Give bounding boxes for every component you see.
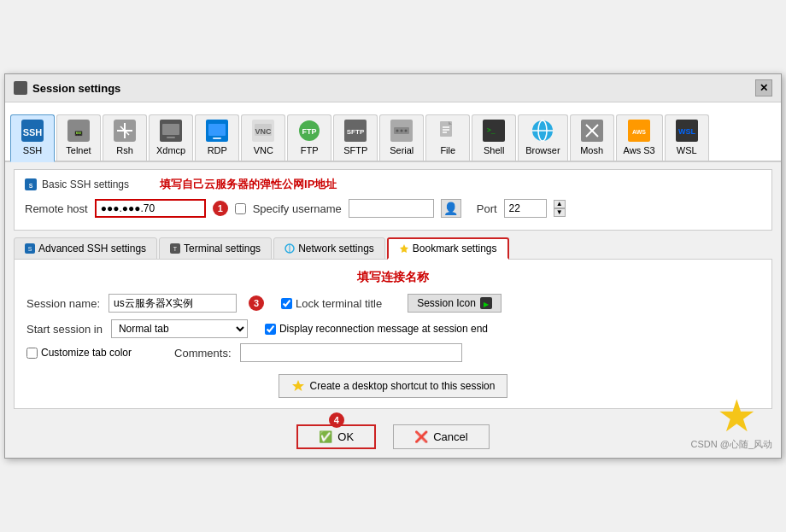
telnet-icon: 📟 xyxy=(67,119,91,143)
port-down-button[interactable]: ▼ xyxy=(554,208,566,217)
lock-terminal-checkbox[interactable] xyxy=(281,298,292,309)
rdp-icon xyxy=(205,119,229,143)
svg-rect-10 xyxy=(167,137,175,138)
port-input[interactable] xyxy=(504,199,547,218)
port-spinner: ▲ ▼ xyxy=(554,200,566,217)
svg-point-23 xyxy=(396,130,399,132)
tab-mosh[interactable]: Mosh xyxy=(570,114,614,161)
dialog-icon xyxy=(14,81,27,95)
tab-file-label: File xyxy=(440,145,455,155)
svg-point-24 xyxy=(401,130,403,132)
tab-browser[interactable]: Browser xyxy=(518,114,567,161)
sub-tabs: S Advanced SSH settings T Terminal setti… xyxy=(14,237,772,260)
remote-host-label: Remote host xyxy=(25,202,88,215)
shortcut-button-label: Create a desktop shortcut to this sessio… xyxy=(310,380,496,392)
tab-shell-label: Shell xyxy=(484,145,504,155)
tab-wsl[interactable]: WSL WSL xyxy=(665,114,709,161)
start-session-dropdown[interactable]: Normal tab New window New tab xyxy=(111,319,248,338)
tab-file[interactable]: File xyxy=(425,114,470,161)
lock-terminal-group: Lock terminal title xyxy=(281,297,382,310)
tab-ssh-label: SSH xyxy=(23,145,43,155)
wsl-icon: WSL xyxy=(675,119,699,143)
comments-label: Comments: xyxy=(174,347,231,360)
title-bar: Session settings ✕ xyxy=(5,74,781,102)
remote-host-input[interactable] xyxy=(95,199,206,218)
tab-ssh[interactable]: SSH SSH xyxy=(10,114,55,162)
tab-browser-label: Browser xyxy=(525,145,560,155)
svg-rect-13 xyxy=(213,137,221,139)
tab-network-label: Network settings xyxy=(298,243,374,254)
shortcut-star-icon xyxy=(291,379,305,393)
close-button[interactable]: ✕ xyxy=(755,79,772,96)
tab-ftp-label: FTP xyxy=(301,145,319,155)
tab-awss3-label: Aws S3 xyxy=(624,145,655,155)
vnc-icon: VNC xyxy=(251,119,275,143)
tab-telnet-label: Telnet xyxy=(66,145,91,155)
ok-label: OK xyxy=(337,430,354,443)
tab-ftp[interactable]: FTP FTP xyxy=(287,114,331,161)
tab-xdmcp[interactable]: Xdmcp xyxy=(149,114,193,161)
svg-text:📟: 📟 xyxy=(74,129,83,137)
username-input[interactable] xyxy=(349,199,434,218)
comments-input[interactable] xyxy=(240,343,462,362)
tab-mosh-label: Mosh xyxy=(580,145,603,155)
mosh-icon xyxy=(580,119,604,143)
session-icon-img: ▶ xyxy=(480,297,492,309)
tab-rdp[interactable]: RDP xyxy=(195,114,239,161)
reconnect-checkbox[interactable] xyxy=(265,324,276,335)
cancel-button[interactable]: ❌ Cancel xyxy=(393,424,489,449)
awss3-icon: AWS xyxy=(627,119,651,143)
tab-telnet[interactable]: 📟 Telnet xyxy=(56,114,101,161)
tab-serial-label: Serial xyxy=(390,145,414,155)
reconnect-row: Display reconnection message at session … xyxy=(265,323,488,335)
tab-serial[interactable]: Serial xyxy=(379,114,424,161)
tab-rsh-label: Rsh xyxy=(116,145,133,155)
svg-marker-54 xyxy=(292,380,304,391)
sftp-icon: SFTP xyxy=(343,119,367,143)
step3-badge: 3 xyxy=(249,295,264,311)
tab-terminal[interactable]: T Terminal settings xyxy=(159,237,272,260)
watermark: CSDN @心随_风动 xyxy=(690,438,772,451)
ssh-icon: SSH xyxy=(21,119,44,143)
tab-wsl-label: WSL xyxy=(677,145,697,155)
customize-color-checkbox[interactable] xyxy=(26,348,38,359)
svg-text:T: T xyxy=(173,246,178,252)
ok-icon: ✅ xyxy=(319,430,332,443)
specify-username-label: Specify username xyxy=(253,202,342,215)
tab-network[interactable]: Network settings xyxy=(273,237,385,260)
user-icon-button[interactable]: 👤 xyxy=(441,199,461,218)
step1-badge: 1 xyxy=(213,201,228,216)
tab-shell[interactable]: >_ Shell xyxy=(472,114,516,161)
specify-username-checkbox[interactable] xyxy=(235,203,246,214)
svg-marker-51 xyxy=(400,244,408,253)
tab-advanced-ssh[interactable]: S Advanced SSH settings xyxy=(14,237,157,260)
tab-vnc[interactable]: VNC VNC xyxy=(241,114,285,161)
shortcut-row: Create a desktop shortcut to this sessio… xyxy=(26,374,760,398)
tab-sftp[interactable]: SFTP SFTP xyxy=(333,114,378,161)
bookmark-icon xyxy=(399,243,409,254)
session-icon-button[interactable]: Session Icon ▶ xyxy=(408,294,502,313)
ok-step-wrapper: 4 ✅ OK xyxy=(296,424,376,449)
main-content: S Basic SSH settings 填写自己云服务器的弹性公网IP地址 R… xyxy=(5,162,781,416)
cancel-label: Cancel xyxy=(433,430,467,443)
ok-button[interactable]: ✅ OK xyxy=(296,424,376,449)
lock-terminal-label: Lock terminal title xyxy=(296,297,382,310)
svg-text:AWS: AWS xyxy=(632,129,646,135)
bottom-bar: 4 ✅ OK ❌ Cancel xyxy=(5,416,781,458)
port-up-button[interactable]: ▲ xyxy=(554,200,566,208)
shortcut-button[interactable]: Create a desktop shortcut to this sessio… xyxy=(279,374,508,398)
session-name-input[interactable] xyxy=(109,294,237,313)
tab-rsh[interactable]: Rsh xyxy=(103,114,147,161)
tab-bookmark-label: Bookmark settings xyxy=(413,243,497,254)
customize-row: Customize tab color Comments: xyxy=(26,343,760,362)
tab-awss3[interactable]: AWS Aws S3 xyxy=(616,114,663,161)
browser-icon xyxy=(531,119,554,143)
customize-color-label: Customize tab color xyxy=(41,347,132,359)
remote-host-row: Remote host 1 Specify username 👤 Port ▲ … xyxy=(25,199,761,218)
tab-vnc-label: VNC xyxy=(254,145,273,155)
shell-icon: >_ xyxy=(482,119,506,143)
tab-bookmark[interactable]: Bookmark settings xyxy=(387,237,509,260)
basic-ssh-annotation: 填写自己云服务器的弹性公网IP地址 xyxy=(160,177,337,192)
file-icon xyxy=(436,119,460,143)
reconnect-label: Display reconnection message at session … xyxy=(279,323,488,335)
